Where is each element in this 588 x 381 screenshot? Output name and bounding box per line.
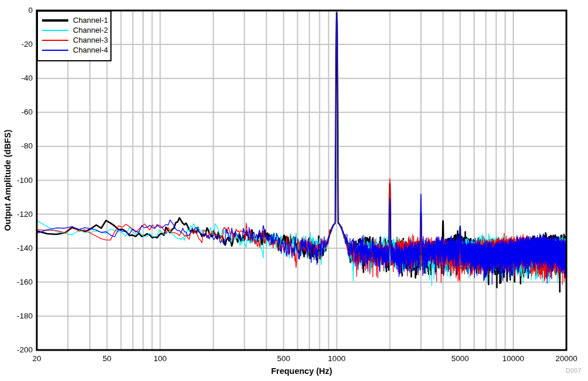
legend-item-label: Channel-2 <box>73 26 108 34</box>
x-tick-label: 100 <box>135 354 185 364</box>
legend-line-sample <box>42 40 68 41</box>
legend-item: Channel-1 <box>38 15 110 25</box>
x-tick-label: 50 <box>82 354 131 364</box>
fft-output-spectrum-chart: 0-20-40-60-80-100-120-140-160-180-200 20… <box>0 0 588 381</box>
y-axis-title: Output Amplitude (dBFS) <box>3 11 12 350</box>
figure-id-watermark: D007 <box>566 367 582 374</box>
legend-item: Channel-3 <box>38 35 110 45</box>
legend-item: Channel-2 <box>38 25 110 35</box>
legend-line-sample <box>42 30 68 31</box>
x-tick-label: 1000 <box>312 354 361 364</box>
legend: Channel-1Channel-2Channel-3Channel-4 <box>37 11 112 61</box>
legend-item: Channel-4 <box>38 45 110 55</box>
x-tick-label: 5000 <box>436 354 485 364</box>
legend-line-sample <box>42 19 68 22</box>
legend-item-label: Channel-1 <box>73 16 108 25</box>
x-tick-label: 20 <box>12 354 61 364</box>
x-tick-label: 10000 <box>489 354 538 364</box>
legend-item-label: Channel-4 <box>73 46 108 54</box>
legend-line-sample <box>42 50 68 51</box>
legend-item-label: Channel-3 <box>73 36 108 44</box>
x-axis-title: Frequency (Hz) <box>37 366 566 376</box>
x-tick-label: 500 <box>259 354 308 364</box>
x-tick-label: 20000 <box>542 354 588 364</box>
